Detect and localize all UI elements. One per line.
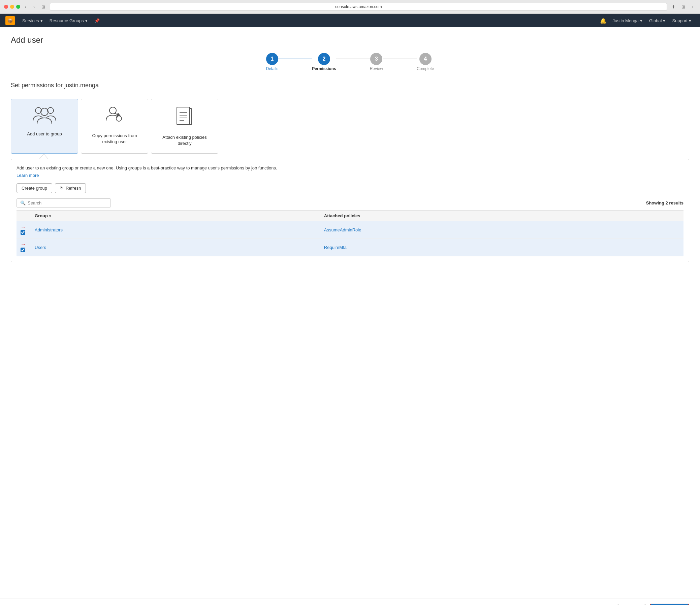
table-header-row: Group ▾ Attached policies	[17, 210, 683, 221]
policy-link-1[interactable]: RequireMfa	[324, 245, 347, 250]
pin-button[interactable]: 📌	[91, 14, 103, 27]
group-panel: Add user to an existing group or create …	[11, 159, 689, 262]
share-button[interactable]: ⬆	[670, 4, 677, 10]
refresh-button[interactable]: ↻ Refresh	[55, 183, 86, 193]
close-button[interactable]	[4, 5, 8, 9]
support-chevron-icon: ▾	[689, 18, 691, 23]
resource-groups-chevron-icon: ▾	[85, 18, 88, 23]
group-icon	[32, 106, 57, 127]
row-checkbox-cell: →	[17, 221, 31, 238]
row-group-0: Administrators	[31, 221, 320, 238]
back-button[interactable]: ‹	[23, 3, 29, 10]
policy-icon	[175, 106, 194, 130]
pin-icon: 📌	[94, 18, 100, 23]
col-group-header[interactable]: Group ▾	[31, 210, 320, 221]
panel-arrow-container	[11, 154, 689, 159]
arrow-indicator: →	[21, 224, 26, 230]
bottom-action-bar: Cancel Previous Next: Review	[0, 599, 700, 605]
section-title: Set permissions for justin.menga	[11, 82, 689, 93]
step-3-circle[interactable]: 3	[370, 53, 382, 65]
forward-button[interactable]: ›	[31, 3, 37, 10]
row-checkbox-0[interactable]	[21, 230, 25, 235]
search-input[interactable]	[28, 200, 107, 205]
svg-point-4	[116, 116, 122, 121]
learn-more-link[interactable]: Learn more	[17, 173, 39, 178]
maximize-button[interactable]	[16, 5, 20, 9]
step-4-circle[interactable]: 4	[419, 53, 431, 65]
sidebar-toggle[interactable]: ⊞	[40, 4, 47, 10]
aws-logo-icon: 📦	[7, 18, 13, 23]
step-3-label: Review	[370, 66, 383, 71]
groups-table: Group ▾ Attached policies → Administrato…	[17, 210, 683, 256]
minimize-button[interactable]	[10, 5, 14, 9]
row-checkbox-1[interactable]	[21, 248, 25, 252]
svg-point-2	[41, 108, 48, 116]
svg-rect-7	[177, 107, 190, 125]
create-group-button[interactable]: Create group	[17, 183, 52, 193]
step-line-3-4	[383, 59, 417, 59]
group-link-1[interactable]: Users	[35, 245, 46, 250]
step-2: 2 Permissions	[312, 53, 336, 71]
step-3: 3 Review	[370, 53, 383, 71]
resource-groups-menu[interactable]: Resource Groups ▾	[46, 14, 91, 27]
option-add-to-group[interactable]: Add user to group	[11, 99, 78, 154]
new-tab-button[interactable]: ⊞	[679, 4, 687, 10]
browser-chrome: ‹ › ⊞ console.aws.amazon.com ⬆ ⊞ +	[0, 0, 700, 14]
step-4-number: 4	[424, 56, 427, 62]
services-label: Services	[22, 18, 39, 23]
search-row: 🔍 Showing 2 results	[17, 198, 683, 207]
step-1-number: 1	[271, 56, 274, 62]
refresh-label: Refresh	[66, 185, 81, 191]
step-line-2-3	[336, 59, 370, 59]
services-menu[interactable]: Services ▾	[19, 14, 46, 27]
row-group-1: Users	[31, 238, 320, 256]
row-policy-1: RequireMfa	[320, 238, 683, 256]
support-menu[interactable]: Support ▾	[669, 14, 695, 27]
stepper: 1 Details 2 Permissions 3 Review 4 Compl…	[11, 53, 689, 71]
option-copy-permissions-label: Copy permissions from existing user	[86, 133, 143, 145]
step-line-1-2	[278, 59, 312, 59]
user-menu[interactable]: Justin Menga ▾	[609, 14, 646, 27]
svg-point-3	[109, 107, 116, 114]
step-2-circle[interactable]: 2	[318, 53, 330, 65]
results-count: Showing 2 results	[646, 200, 683, 205]
permission-options: Add user to group Copy permissions from	[11, 99, 689, 154]
search-icon: 🔍	[20, 200, 26, 205]
add-button[interactable]: +	[689, 4, 696, 10]
search-container: 🔍	[17, 198, 111, 207]
create-group-label: Create group	[22, 185, 47, 191]
page-title: Add user	[11, 35, 689, 45]
aws-logo[interactable]: 📦	[5, 16, 15, 25]
panel-actions: Create group ↻ Refresh	[17, 183, 683, 193]
step-4: 4 Complete	[417, 53, 434, 71]
group-link-0[interactable]: Administrators	[35, 227, 62, 232]
services-chevron-icon: ▾	[41, 18, 43, 23]
region-menu[interactable]: Global ▾	[646, 14, 669, 27]
col-policies-header: Attached policies	[320, 210, 683, 221]
option-add-to-group-label: Add user to group	[27, 131, 61, 137]
step-1-label: Details	[266, 66, 279, 71]
table-row: → Users RequireMfa	[17, 238, 683, 256]
main-content: Add user 1 Details 2 Permissions 3 Revie…	[0, 27, 700, 599]
policy-link-0[interactable]: AssumeAdminRole	[324, 227, 361, 232]
support-label: Support	[672, 18, 688, 23]
sort-icon: ▾	[49, 214, 51, 218]
url-bar[interactable]: console.aws.amazon.com	[50, 3, 667, 11]
row-checkbox-cell: →	[17, 238, 31, 256]
group-panel-description: Add user to an existing group or create …	[17, 165, 683, 172]
step-3-number: 3	[375, 56, 378, 62]
user-label: Justin Menga	[613, 18, 639, 23]
bell-icon[interactable]: 🔔	[600, 18, 607, 24]
option-attach-policies[interactable]: Attach existing policies directly	[151, 99, 218, 154]
next-review-button[interactable]: Next: Review	[650, 604, 689, 605]
table-row: → Administrators AssumeAdminRole	[17, 221, 683, 238]
panel-arrow-inner	[40, 154, 48, 159]
step-1-circle[interactable]: 1	[266, 53, 278, 65]
user-chevron-icon: ▾	[640, 18, 642, 23]
option-copy-permissions[interactable]: Copy permissions from existing user	[81, 99, 148, 154]
option-attach-policies-label: Attach existing policies directly	[157, 134, 212, 147]
step-2-label: Permissions	[312, 66, 336, 71]
row-policy-0: AssumeAdminRole	[320, 221, 683, 238]
copy-icon	[104, 106, 125, 129]
step-4-label: Complete	[417, 66, 434, 71]
